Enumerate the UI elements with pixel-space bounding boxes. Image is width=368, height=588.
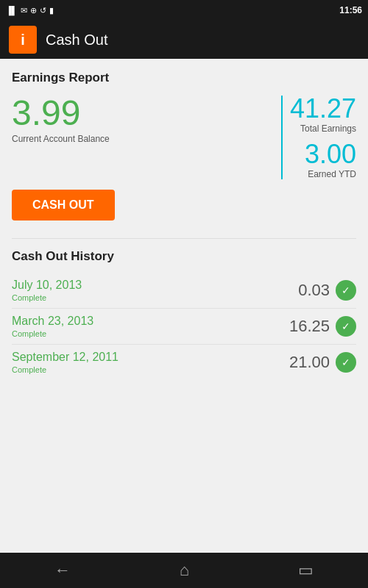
current-balance-amount: 3.99 bbox=[12, 96, 110, 131]
earnings-report-title: Earnings Report bbox=[12, 71, 356, 85]
cash-out-history-list: July 10, 2013 Complete 0.03 ✓ March 23, … bbox=[12, 273, 356, 380]
history-item-right: 0.03 ✓ bbox=[298, 280, 356, 301]
earned-ytd-amount: 3.00 bbox=[290, 141, 356, 168]
current-balance-panel: 3.99 Current Account Balance bbox=[12, 96, 110, 144]
history-item-left: July 10, 2013 Complete bbox=[12, 279, 82, 302]
signal-icon: ▐▌ bbox=[6, 6, 18, 15]
history-item-status: Complete bbox=[12, 365, 118, 374]
history-item-amount: 21.00 bbox=[289, 353, 330, 372]
recent-apps-button[interactable]: ▭ bbox=[283, 555, 328, 586]
history-item-right: 21.00 ✓ bbox=[289, 352, 356, 373]
wifi-icon: ✉ bbox=[21, 6, 27, 15]
check-icon: ✓ bbox=[336, 352, 356, 373]
history-item: July 10, 2013 Complete 0.03 ✓ bbox=[12, 273, 356, 309]
right-earnings-panel: 41.27 Total Earnings 3.00 Earned YTD bbox=[281, 96, 356, 179]
home-button[interactable]: ⌂ bbox=[165, 555, 204, 586]
history-item-right: 16.25 ✓ bbox=[289, 316, 356, 337]
section-divider bbox=[12, 238, 356, 239]
cash-out-button[interactable]: Cash Out bbox=[12, 190, 115, 220]
total-earnings-amount: 41.27 bbox=[290, 96, 356, 122]
check-icon: ✓ bbox=[336, 280, 356, 301]
cash-out-history-title: Cash Out History bbox=[12, 249, 356, 264]
total-earnings-label: Total Earnings bbox=[290, 123, 356, 134]
history-item-amount: 0.03 bbox=[298, 281, 330, 300]
check-icon: ✓ bbox=[336, 316, 356, 337]
sync-icon: ↺ bbox=[40, 6, 46, 15]
nav-title: Cash Out bbox=[46, 32, 107, 49]
status-icons: ▐▌ ✉ ⊕ ↺ ▮ bbox=[6, 6, 54, 15]
battery-icon: ▮ bbox=[49, 6, 54, 15]
history-item: September 12, 2011 Complete 21.00 ✓ bbox=[12, 345, 356, 380]
earned-ytd-label: Earned YTD bbox=[290, 169, 356, 179]
history-item-status: Complete bbox=[12, 293, 82, 302]
history-item-date: July 10, 2013 bbox=[12, 279, 82, 292]
history-item-status: Complete bbox=[12, 329, 93, 338]
status-bar: ▐▌ ✉ ⊕ ↺ ▮ 11:56 bbox=[0, 0, 368, 21]
history-item-amount: 16.25 bbox=[289, 317, 330, 336]
history-item-left: March 23, 2013 Complete bbox=[12, 315, 93, 338]
nav-bar: i Cash Out bbox=[0, 21, 368, 59]
back-button[interactable]: ← bbox=[40, 555, 85, 586]
history-item-date: September 12, 2011 bbox=[12, 351, 118, 364]
current-balance-label: Current Account Balance bbox=[12, 134, 110, 144]
gps-icon: ⊕ bbox=[30, 6, 37, 15]
status-time: 11:56 bbox=[339, 5, 362, 15]
history-item-left: September 12, 2011 Complete bbox=[12, 351, 118, 374]
bottom-nav-bar: ← ⌂ ▭ bbox=[0, 553, 368, 588]
app-icon: i bbox=[9, 26, 37, 54]
main-content: Earnings Report 3.99 Current Account Bal… bbox=[0, 59, 368, 553]
history-item: March 23, 2013 Complete 16.25 ✓ bbox=[12, 309, 356, 345]
history-item-date: March 23, 2013 bbox=[12, 315, 93, 328]
earnings-summary: 3.99 Current Account Balance 41.27 Total… bbox=[12, 96, 356, 179]
